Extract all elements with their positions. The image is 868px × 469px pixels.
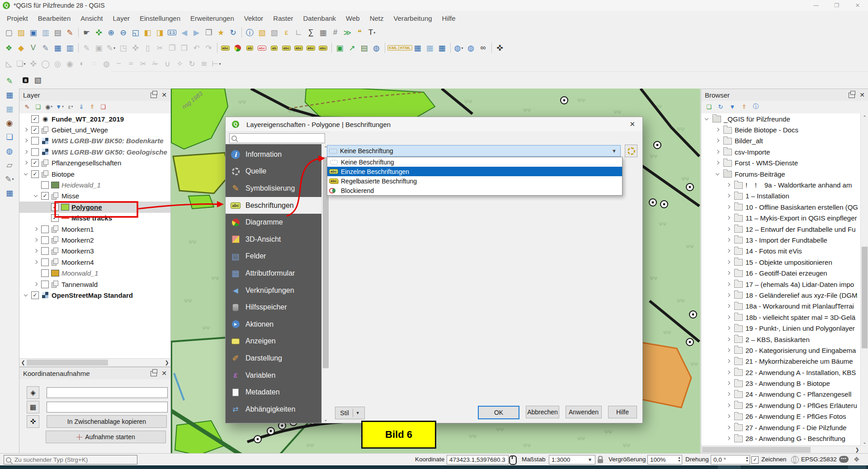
expander-icon[interactable] — [726, 292, 731, 298]
refresh-browser-icon[interactable]: ↻ — [716, 102, 726, 111]
save-project-icon[interactable]: ▣ — [27, 27, 39, 38]
magnifier-spinner[interactable]: 100% ▲▼ — [647, 455, 682, 464]
layer-row-osm[interactable]: OpenStreetMap Standard — [19, 290, 170, 300]
layer-name[interactable]: Misse tracks — [71, 214, 112, 222]
browser-tree-row[interactable]: 27 - Anwendung F - Die Pilzfunde — [701, 422, 861, 433]
undo-icon[interactable]: ↶ — [190, 42, 203, 54]
folder-name[interactable]: _QGIS für Pilzfreunde — [724, 115, 790, 123]
split-features-icon[interactable]: ✂ — [137, 58, 149, 70]
expander-icon[interactable] — [726, 237, 731, 243]
folder-name[interactable]: 22 - Anwendung A - Installation, KBS — [745, 369, 856, 376]
expander-icon[interactable] — [33, 193, 39, 199]
expander-icon[interactable] — [726, 303, 731, 309]
layer-name[interactable]: Biotope — [52, 170, 75, 178]
expander-icon[interactable] — [726, 226, 731, 232]
dialog-tab-beschriftungen[interactable]: abc Beschriftungen — [226, 197, 321, 214]
rotate-feature-icon[interactable]: ↻ — [186, 58, 198, 70]
crs-picker-button[interactable]: ◈ — [27, 386, 39, 399]
expander-icon[interactable] — [726, 391, 731, 397]
expander-icon[interactable] — [726, 182, 731, 188]
layer-row-biotope[interactable]: Biotope — [19, 169, 170, 179]
fill-ring-icon[interactable]: ◐ — [76, 58, 88, 70]
expander-icon[interactable] — [33, 182, 39, 188]
toolbar-separator[interactable] — [76, 27, 80, 38]
rotate-label-icon[interactable]: abc — [305, 42, 317, 54]
expander-icon[interactable] — [33, 248, 39, 254]
layer-row-moorkern3[interactable]: Moorkern3 — [19, 246, 170, 257]
expander-icon[interactable] — [726, 325, 731, 331]
raster-grid-icon[interactable]: ▦ — [4, 187, 16, 199]
new-shapefile-icon[interactable]: V — [27, 42, 39, 54]
new-map-view-icon[interactable]: ❐ — [203, 27, 215, 38]
folder-name[interactable]: 26 - Anwendung E - PflGes Fotos — [745, 413, 846, 420]
folder-name[interactable]: csv-Importe — [735, 148, 770, 156]
folder-name[interactable]: 15 - Objekte umpositionieren — [745, 258, 832, 266]
digitize-icon[interactable]: ✎ — [4, 75, 16, 87]
expander-icon[interactable] — [726, 370, 731, 375]
filter-browser-icon[interactable]: ▼ — [727, 102, 737, 111]
expander-icon[interactable] — [726, 270, 731, 276]
delete-ring-icon[interactable]: ◌ — [88, 58, 100, 70]
python-blue-icon[interactable]: ▦ — [436, 42, 448, 54]
layer-row-wms-gk50[interactable]: WMS LGRB-BW GK50: Geologische — [19, 146, 170, 157]
expand-all-icon[interactable]: ⇓ — [76, 102, 86, 111]
render-checkbox[interactable]: ✓ — [751, 456, 759, 464]
browser-tree-row[interactable]: 25 - Anwendung D - PflGes Erläuteru — [701, 400, 861, 411]
statistics-icon[interactable]: ∑ — [305, 27, 317, 38]
map-tips-icon[interactable]: ❏ — [4, 131, 16, 143]
layer-visibility-checkbox[interactable] — [41, 236, 49, 244]
layer-row-gebiet[interactable]: Gebiet_und_Wege — [19, 124, 170, 135]
dialog-tab-anzeigen[interactable]: Anzeigen — [226, 333, 321, 350]
layer-row-moorwald[interactable]: Moorwald_1 — [19, 267, 170, 278]
locator-search-box[interactable] — [4, 455, 137, 464]
scroll-left-icon[interactable]: ❮ — [19, 360, 27, 366]
option-regelbasierte-beschriftung[interactable]: Regelbasierte Beschriftung — [327, 176, 622, 186]
messages-bubble-icon[interactable]: ••• — [839, 456, 849, 463]
expander-icon[interactable] — [726, 259, 731, 265]
cancel-button[interactable]: Abbrechen — [526, 406, 559, 418]
folder-name[interactable]: 16 - Geotiff-Datei erzeugen — [745, 269, 827, 277]
expander-icon[interactable] — [726, 403, 731, 408]
browser-tree-row[interactable]: 2 – KBS, Basiskarten — [701, 334, 861, 345]
folder-name[interactable]: 20 - Kategorisierung und Eingabema — [745, 347, 856, 354]
collapse-all-browser-icon[interactable]: ⇑ — [739, 102, 749, 111]
labeling-mode-combobox[interactable]: Keine Beschriftung ▼ — [327, 145, 621, 157]
browser-tree-row[interactable]: 23 - Anwendung B - Biotope — [701, 378, 861, 389]
expander-icon[interactable] — [23, 160, 29, 166]
zoom-to-selection-icon[interactable]: ◧ — [142, 27, 154, 38]
bookmarks-icon[interactable]: ★ — [215, 27, 227, 38]
expander-icon[interactable] — [23, 171, 29, 177]
folder-name[interactable]: 1 – Installation — [745, 192, 789, 200]
save-as-icon[interactable]: ▥ — [39, 27, 52, 38]
layer-visibility-checkbox[interactable] — [41, 269, 49, 277]
browser-tree-row[interactable]: 13 - Import der Fundtabelle — [701, 234, 861, 245]
folder-name[interactable]: 27 - Anwendung F - Die Pilzfunde — [745, 424, 846, 431]
current-edits-icon[interactable]: ✎ — [105, 42, 117, 54]
browser-tree-row[interactable]: 19 - Punkt-, Linien und Polygonlayer — [701, 323, 861, 333]
grid-blue-icon[interactable]: ▦ — [4, 89, 16, 101]
dialog-tab-darstellung[interactable]: ✐ Darstellung — [226, 350, 321, 367]
expander-icon[interactable] — [726, 314, 731, 320]
select-region-icon[interactable]: ▧ — [32, 74, 44, 86]
add-selected-layers-icon[interactable]: ❏ — [704, 102, 714, 111]
toolbar-separator[interactable] — [76, 42, 80, 53]
expander-icon[interactable] — [726, 193, 731, 199]
expander-icon[interactable] — [33, 270, 39, 276]
coordinate-crs-field[interactable] — [47, 387, 168, 398]
expander-icon[interactable] — [43, 204, 49, 210]
redo-icon[interactable]: ↷ — [203, 42, 215, 54]
coordinate-grid-field[interactable] — [47, 402, 168, 413]
menu-erweiterungen[interactable]: Erweiterungen — [185, 14, 239, 22]
lock-scale-icon[interactable] — [598, 459, 603, 463]
expander-icon[interactable] — [715, 171, 721, 177]
browser-tree-row[interactable]: 15 - Objekte umpositionieren — [701, 257, 861, 267]
zoom-out-icon[interactable]: ⊖ — [117, 27, 129, 38]
expander-icon[interactable] — [704, 116, 710, 122]
scale-combobox[interactable]: 1:3000 ▼ — [549, 455, 595, 464]
help-button[interactable]: Hilfe — [608, 406, 637, 418]
expander-icon[interactable] — [715, 127, 721, 133]
zoom-to-layer-icon[interactable]: ◨ — [154, 27, 166, 38]
grid-light-icon[interactable]: ▦ — [4, 103, 16, 115]
zoom-next-icon[interactable]: ▶ — [190, 27, 203, 38]
scroll-down-icon[interactable]: ⌄ — [861, 438, 868, 446]
